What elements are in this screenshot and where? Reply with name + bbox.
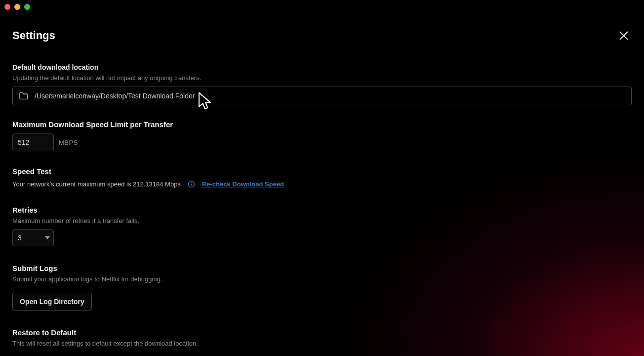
recheck-speed-link[interactable]: Re-check Download Speed: [202, 180, 284, 188]
page-title: Settings: [12, 29, 55, 42]
retries-heading: Retries: [12, 206, 632, 214]
restore-sub: This will reset all settings to default …: [12, 340, 632, 347]
window-traffic-lights: [4, 4, 30, 10]
speed-limit-unit: MBPS: [59, 139, 78, 146]
restore-section: Restore to Default This will reset all s…: [12, 328, 632, 356]
close-button[interactable]: [616, 28, 632, 44]
retries-sub: Maximum number of retries if a transfer …: [12, 217, 632, 224]
window-close-button[interactable]: [4, 4, 10, 10]
window-maximize-button[interactable]: [24, 4, 30, 10]
speed-test-section: Speed Test Your network's current maximu…: [12, 167, 632, 188]
download-location-path: /Users/marielconway/Desktop/Test Downloa…: [35, 92, 195, 100]
speed-limit-section: Maximum Download Speed Limit per Transfe…: [12, 120, 632, 151]
download-location-sub: Updating the default location will not i…: [12, 74, 632, 82]
retries-select[interactable]: 3: [12, 229, 54, 246]
open-log-directory-button[interactable]: Open Log Directory: [12, 293, 92, 311]
retries-section: Retries Maximum number of retries if a t…: [12, 206, 632, 246]
info-icon: [188, 180, 195, 188]
window-minimize-button[interactable]: [14, 4, 20, 10]
submit-logs-sub: Submit your application logs to Netflix …: [12, 275, 632, 283]
submit-logs-section: Submit Logs Submit your application logs…: [12, 264, 632, 311]
folder-icon: [19, 92, 29, 100]
close-icon: [618, 30, 629, 41]
submit-logs-heading: Submit Logs: [12, 264, 632, 272]
download-location-section: Default download location Updating the d…: [12, 63, 632, 105]
speed-limit-input[interactable]: [12, 134, 54, 151]
restore-heading: Restore to Default: [12, 328, 632, 337]
speed-test-text: Your network's current maximum speed is …: [12, 180, 181, 188]
speed-limit-heading: Maximum Download Speed Limit per Transfe…: [12, 120, 632, 129]
download-location-picker[interactable]: /Users/marielconway/Desktop/Test Downloa…: [12, 87, 632, 105]
download-location-heading: Default download location: [12, 63, 632, 71]
svg-point-4: [191, 182, 192, 183]
speed-test-heading: Speed Test: [12, 167, 632, 176]
